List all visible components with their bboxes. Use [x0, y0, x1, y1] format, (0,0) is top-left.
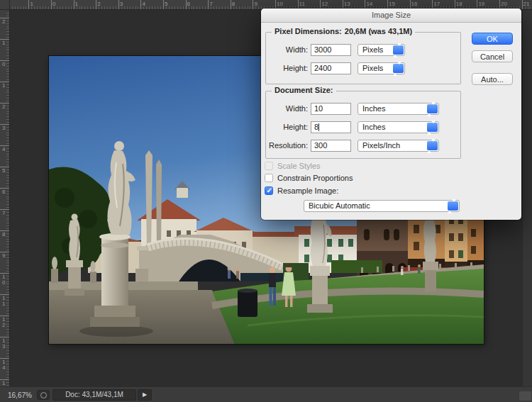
doc-info[interactable]: Doc: 43,1M/43,1M: [52, 389, 136, 401]
cancel-button[interactable]: Cancel: [472, 50, 513, 62]
ruler-label: 6: [187, 1, 190, 7]
ds-width-input[interactable]: 10: [311, 103, 351, 115]
pd-width-label: Width:: [264, 44, 308, 56]
ruler-label: 12: [321, 1, 328, 7]
ds-width-unit-value: Inches: [362, 104, 385, 113]
ruler-label: 20: [501, 1, 507, 7]
photoshop-workspace: 10123456789101112131415161718192021 2101…: [0, 0, 532, 402]
pixel-dimensions-group: Pixel Dimensions:20,6M (was 43,1M): [265, 32, 461, 84]
ruler-label: 19: [478, 1, 484, 7]
dialog-title[interactable]: Image Size: [261, 9, 521, 23]
ruler-label: 2: [2, 104, 5, 110]
stepper-icon: [427, 104, 438, 113]
pd-width-unit-value: Pixels: [362, 45, 383, 54]
ruler-label: 18: [456, 1, 462, 7]
ruler-label: 5: [2, 168, 5, 174]
resample-method-value: Bicubic Automatic: [309, 201, 370, 210]
document-size-legend: Document Size:: [272, 86, 336, 94]
ruler-label: 16: [411, 1, 418, 7]
scale-styles-label: Scale Styles: [277, 162, 321, 170]
stepper-icon: [393, 45, 404, 55]
ruler-label: 3: [2, 125, 5, 131]
horizontal-scrollbar-thumb[interactable]: [519, 391, 531, 401]
ruler-label: 0: [52, 1, 55, 7]
ruler-label: 6: [2, 189, 5, 195]
stepper-icon: [427, 141, 438, 150]
pd-height-unit-select[interactable]: Pixels: [358, 62, 405, 74]
resample-image-row: Resample Image:: [265, 186, 338, 196]
stepper-icon: [427, 123, 438, 132]
image-size-dialog: Image Size Pixel Dimensions:20,6M (was 4…: [261, 9, 521, 220]
ruler-label: 5: [165, 1, 167, 7]
ruler-label: 9: [2, 253, 5, 259]
ruler-label: 1: [30, 1, 33, 7]
ruler-label: 1 5: [2, 381, 5, 386]
ruler-label: 4: [142, 1, 145, 7]
ruler-label: 1 3: [2, 338, 5, 350]
text-caret: [318, 123, 319, 131]
ds-height-unit-select[interactable]: Inches: [358, 121, 439, 133]
resample-method-select[interactable]: Bicubic Automatic: [304, 200, 460, 212]
stepper-icon: [393, 64, 404, 73]
constrain-proportions-row: Constrain Proportions: [265, 173, 353, 183]
ruler-label: 17: [433, 1, 440, 7]
constrain-proportions-label: Constrain Proportions: [277, 174, 353, 182]
ruler-label: 0: [2, 62, 5, 67]
ds-width-label: Width:: [264, 103, 308, 115]
ruler-label: 8: [232, 1, 235, 7]
ruler-label: 9: [254, 1, 257, 7]
stepper-icon: [448, 201, 458, 211]
vertical-scrollbar[interactable]: [522, 10, 532, 386]
ruler-label: 4: [2, 147, 5, 152]
ds-resolution-unit-select[interactable]: Pixels/Inch: [358, 140, 439, 152]
status-menu-button[interactable]: [37, 390, 50, 400]
pd-height-label: Height:: [264, 62, 308, 74]
pd-width-unit-select[interactable]: Pixels: [358, 44, 405, 56]
ruler-label: 21: [523, 1, 530, 7]
ruler-label: 1: [75, 1, 78, 7]
ruler-label: 15: [389, 1, 395, 7]
photo-trash-bin: [238, 289, 257, 317]
auto-button[interactable]: Auto...: [472, 73, 513, 85]
ruler-label: 13: [344, 1, 350, 7]
ruler-label: 1: [2, 40, 5, 46]
scale-styles-checkbox[interactable]: [265, 162, 273, 170]
ruler-label: 2: [2, 19, 5, 25]
pd-height-unit-value: Pixels: [362, 64, 383, 72]
ruler-label: 14: [366, 1, 372, 7]
zoom-level-field[interactable]: 16,67%: [8, 391, 32, 399]
ruler-label: 7: [209, 1, 212, 7]
ok-button[interactable]: OK: [472, 33, 513, 45]
clock-icon: [40, 392, 47, 398]
pd-height-input[interactable]: 2400: [311, 62, 351, 74]
pixel-dimensions-legend: Pixel Dimensions:20,6M (was 43,1M): [272, 27, 415, 35]
ds-resolution-label: Resolution:: [264, 140, 308, 152]
ds-height-label: Height:: [264, 121, 308, 133]
ruler-label: 1 2: [2, 317, 5, 328]
ruler-label: 7: [2, 211, 5, 216]
ruler-label: 1 0: [2, 274, 5, 286]
ruler-label: 1 4: [2, 359, 5, 371]
ruler-label: 10: [277, 1, 283, 7]
ruler-label: 11: [299, 1, 305, 7]
doc-info-arrow-button[interactable]: ▶: [138, 389, 152, 401]
status-bar: 16,67% Doc: 43,1M/43,1M ▶: [0, 386, 532, 402]
ds-width-unit-select[interactable]: Inches: [358, 103, 439, 115]
ruler-label: 2: [97, 1, 100, 7]
ds-resolution-input[interactable]: 300: [311, 140, 351, 152]
pixel-dimensions-summary: 20,6M (was 43,1M): [345, 27, 412, 35]
ruler-label: 1 1: [2, 296, 5, 307]
ruler-corner[interactable]: [0, 0, 10, 10]
resample-image-checkbox[interactable]: [265, 186, 273, 195]
ds-resolution-unit-value: Pixels/Inch: [362, 141, 400, 150]
constrain-proportions-checkbox[interactable]: [265, 174, 273, 182]
photo-hedge-right: [331, 260, 382, 273]
ruler-label: 8: [2, 232, 5, 238]
ruler-label: 3: [120, 1, 123, 7]
ruler-label: 1: [2, 83, 5, 89]
pd-width-input[interactable]: 3000: [311, 44, 351, 56]
resample-image-label: Resample Image:: [277, 186, 338, 195]
vertical-ruler[interactable]: 2101234567891 01 11 21 31 41 5: [0, 10, 10, 386]
ds-height-input[interactable]: 8: [311, 121, 351, 133]
ds-height-unit-value: Inches: [362, 123, 385, 131]
